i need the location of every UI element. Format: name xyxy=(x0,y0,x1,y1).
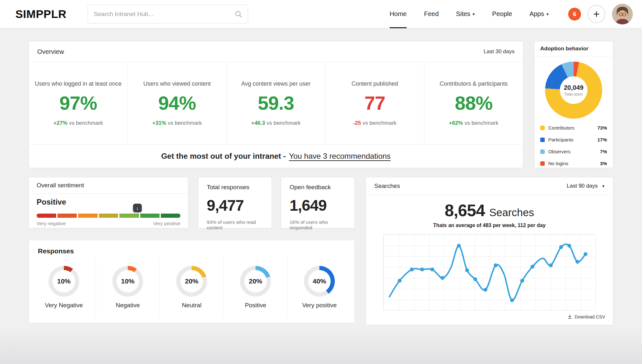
searches-line-svg xyxy=(384,234,595,310)
recommendation-text: Get the most out of your intranet - xyxy=(161,152,286,161)
responses-row: 10% Very Negative 10% Negative 20% Neutr… xyxy=(29,255,354,323)
metric-delta-value: +27% xyxy=(53,120,67,126)
add-button[interactable] xyxy=(587,5,605,23)
sentiment-bar xyxy=(37,214,180,218)
overview-metric: Contributors & participants 88% +62% vs … xyxy=(424,62,523,144)
metric-label: Content published xyxy=(329,80,420,87)
searches-period-dropdown[interactable]: Last 90 days ▾ xyxy=(567,183,604,189)
total-responses-value: 9,477 xyxy=(207,197,263,214)
metric-value: 88% xyxy=(428,94,519,113)
header: SIMPPLR Home Feed Sites ▾ People Apps ▾ … xyxy=(0,0,642,28)
download-csv-label: Download CSV xyxy=(575,314,605,319)
plus-icon xyxy=(592,10,601,18)
download-csv-button[interactable]: Download CSV xyxy=(366,310,613,319)
arrow-down-icon: ↓ xyxy=(136,205,139,211)
gauge-label: Very positive xyxy=(302,302,337,309)
logo[interactable]: SIMPPLR xyxy=(15,8,66,21)
nav-item[interactable]: People xyxy=(492,0,512,28)
searches-subtitle: Thats an average of 483 per week, 112 pe… xyxy=(366,223,613,228)
recommendation-link[interactable]: You have 3 recommendations xyxy=(289,152,391,161)
searches-count: 8,654 xyxy=(445,201,485,220)
gauge-ring: 40% xyxy=(304,266,335,297)
gauge-ring: 10% xyxy=(112,266,143,297)
nav-item[interactable]: Home xyxy=(390,0,407,28)
nav-item[interactable]: Feed xyxy=(424,0,439,28)
notifications-badge[interactable]: 6 xyxy=(568,8,581,21)
total-responses-card: Total responses 9,477 93% of users who r… xyxy=(198,177,272,228)
search-icon[interactable] xyxy=(234,10,243,18)
response-gauge: 10% Very Negative xyxy=(32,258,96,317)
responses-card: Responses 10% Very Negative 10% Negative… xyxy=(29,240,355,323)
gauge-percent: 20% xyxy=(249,277,262,285)
gauge-ring: 10% xyxy=(48,266,79,297)
metric-delta-suffix: vs benchmark xyxy=(361,120,397,126)
legend-item: Contributors 73% xyxy=(540,122,607,134)
metric-value: 94% xyxy=(132,94,222,113)
legend-label: Contributors xyxy=(548,125,597,131)
metric-delta-suffix: vs benchmark xyxy=(265,120,301,126)
sentiment-card: Overall sentiment Positive ↓ Very negati… xyxy=(29,177,188,228)
metric-delta-suffix: vs benchmark xyxy=(463,120,499,126)
total-responses-title: Total responses xyxy=(207,184,263,191)
scale-min-label: Very negative xyxy=(37,221,66,226)
sentiment-bar-segment xyxy=(57,214,77,218)
open-feedback-title: Open feedback xyxy=(290,184,346,191)
adoption-donut-wrap: 20,049 Total users xyxy=(545,62,602,119)
metric-delta: +62% vs benchmark xyxy=(428,120,519,126)
adoption-donut-center: 20,049 Total users xyxy=(560,76,587,104)
overview-metrics: Users who logged in at least once 97% +2… xyxy=(29,62,523,144)
overview-period: Last 30 days xyxy=(484,48,515,55)
chevron-down-icon: ▾ xyxy=(546,12,549,16)
searches-period-label: Last 90 days xyxy=(567,183,598,189)
recommendation-row: Get the most out of your intranet - You … xyxy=(29,144,523,168)
legend-swatch xyxy=(540,126,545,130)
gauge-ring-hole: 40% xyxy=(308,270,331,292)
legend-swatch xyxy=(540,138,545,142)
legend-swatch xyxy=(540,161,545,166)
legend-percent: 73% xyxy=(597,125,607,131)
metric-value: 77 xyxy=(329,94,420,113)
sentiment-marker: ↓ xyxy=(133,204,142,212)
legend-item: Observers 7% xyxy=(540,146,607,157)
chevron-down-icon: ▾ xyxy=(473,12,475,16)
legend-percent: 3% xyxy=(600,161,607,166)
overview-card: Overview Last 30 days Users who logged i… xyxy=(29,41,523,168)
total-users-label: Total users xyxy=(564,92,583,97)
gauge-label: Negative xyxy=(116,302,140,309)
metric-value: 97% xyxy=(33,94,124,113)
responses-title: Responses xyxy=(29,240,354,255)
gauge-percent: 10% xyxy=(57,277,71,285)
response-gauge: 20% Neutral xyxy=(160,258,223,317)
nav-item-label: Feed xyxy=(424,10,439,18)
gauge-ring-hole: 20% xyxy=(244,270,267,292)
adoption-card: Adoption behavior 20,049 Total users Con… xyxy=(534,41,613,168)
adoption-title: Adoption behavior xyxy=(540,46,588,52)
legend-item: Participants 17% xyxy=(540,134,607,146)
nav-item[interactable]: Sites ▾ xyxy=(456,0,475,28)
legend-percent: 17% xyxy=(597,137,607,142)
search-input[interactable] xyxy=(93,10,234,18)
sentiment-bar-segment xyxy=(140,214,160,218)
searches-title: Searches xyxy=(374,182,400,190)
nav-item[interactable]: Apps ▾ xyxy=(529,0,549,28)
metric-label: Avg content views per user xyxy=(230,80,321,87)
response-gauge: 20% Positive xyxy=(223,258,287,317)
legend-item: No logins 3% xyxy=(540,157,607,169)
adoption-card-header: Adoption behavior xyxy=(534,41,613,56)
avatar[interactable] xyxy=(612,4,633,25)
metric-value: 59.3 xyxy=(230,94,321,113)
metric-delta: -25 vs benchmark xyxy=(329,120,420,126)
legend-swatch xyxy=(540,149,545,154)
legend-label: No logins xyxy=(548,161,600,166)
response-gauge: 40% Very positive xyxy=(287,258,351,317)
gauge-percent: 40% xyxy=(313,277,326,285)
nav-item-label: Home xyxy=(390,10,407,18)
gauge-label: Neutral xyxy=(182,302,201,309)
searches-card-header: Searches Last 90 days ▾ xyxy=(366,177,613,195)
legend-label: Observers xyxy=(548,149,600,154)
gauge-ring-hole: 20% xyxy=(180,270,203,292)
metric-delta-value: +31% xyxy=(152,120,166,126)
overview-metric: Content published 77 -25 vs benchmark xyxy=(325,62,424,144)
search-box xyxy=(88,5,248,23)
open-feedback-caption: 16% of users who responded xyxy=(290,219,346,230)
